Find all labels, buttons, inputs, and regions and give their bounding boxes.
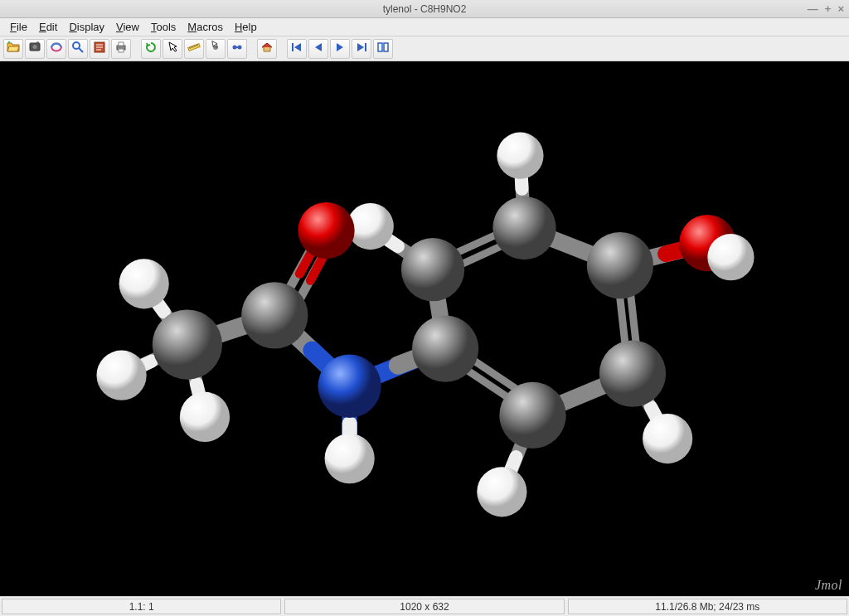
open-file-icon — [7, 41, 20, 56]
svg-point-80 — [643, 414, 692, 463]
svg-point-68 — [587, 232, 653, 298]
next-frame-button[interactable] — [330, 39, 350, 59]
svg-rect-21 — [292, 43, 294, 51]
last-frame-icon — [355, 41, 368, 56]
menu-edit[interactable]: Edit — [34, 19, 62, 35]
svg-rect-3 — [36, 42, 39, 44]
menu-tools[interactable]: Tools — [146, 19, 181, 35]
loop-button[interactable] — [373, 39, 393, 59]
home-icon — [260, 41, 274, 56]
export-image-button[interactable] — [25, 39, 45, 59]
window-title: tylenol - C8H9NO2 — [383, 3, 467, 15]
script-console-icon — [93, 41, 106, 56]
svg-point-0 — [8, 41, 11, 44]
status-left: 1.1: 1 — [2, 599, 281, 614]
svg-rect-9 — [119, 49, 124, 52]
svg-point-71 — [119, 259, 169, 308]
svg-point-74 — [412, 315, 478, 381]
minimize-button[interactable]: — — [808, 2, 818, 15]
close-button[interactable]: × — [837, 2, 844, 15]
prev-frame-button[interactable] — [308, 39, 328, 59]
menu-file[interactable]: File — [5, 19, 32, 35]
svg-point-82 — [477, 467, 526, 517]
svg-line-5 — [79, 48, 83, 52]
menubar: File Edit Display View Tools Macros Help — [0, 18, 849, 36]
statusbar: 1.1: 1 1020 x 632 11.1/26.8 Mb; 24/23 ms — [0, 596, 849, 616]
molecule-viewport[interactable]: Jmol — [0, 61, 849, 596]
menu-view[interactable]: View — [111, 19, 144, 35]
loop-icon — [376, 41, 390, 56]
svg-point-70 — [707, 234, 754, 280]
measure-button[interactable] — [184, 39, 204, 59]
svg-line-16 — [197, 44, 198, 46]
next-frame-icon — [333, 41, 347, 56]
status-right: 11.1/26.8 Mb; 24/23 ms — [568, 599, 847, 614]
modelkit-button[interactable] — [227, 39, 247, 59]
svg-line-11 — [190, 47, 191, 49]
view-options-icon — [71, 41, 85, 56]
modelkit-icon — [230, 41, 244, 56]
svg-point-73 — [153, 309, 222, 379]
export-image-icon — [28, 41, 41, 56]
svg-rect-8 — [119, 42, 124, 46]
first-frame-icon — [290, 41, 303, 56]
svg-point-67 — [401, 238, 464, 301]
export-pov-icon — [50, 41, 63, 56]
export-pov-button[interactable] — [46, 39, 66, 59]
svg-line-15 — [196, 45, 196, 46]
center-icon — [209, 41, 222, 56]
svg-point-81 — [325, 434, 375, 483]
open-file-button[interactable] — [3, 39, 23, 59]
first-frame-button[interactable] — [287, 39, 307, 59]
menu-display[interactable]: Display — [64, 19, 109, 35]
view-options-button[interactable] — [68, 39, 88, 59]
svg-rect-23 — [378, 43, 382, 51]
print-icon — [114, 41, 128, 56]
molecule-render — [0, 61, 849, 596]
menu-macros[interactable]: Macros — [182, 19, 228, 35]
svg-point-79 — [180, 392, 230, 442]
jmol-brand-label: Jmol — [815, 578, 842, 593]
last-frame-button[interactable] — [352, 39, 371, 59]
svg-point-72 — [241, 282, 308, 348]
select-button[interactable] — [163, 39, 182, 59]
window-titlebar: tylenol - C8H9NO2 — + × — [0, 0, 849, 18]
select-icon — [166, 41, 179, 56]
svg-point-4 — [73, 42, 80, 49]
svg-rect-24 — [384, 43, 388, 51]
toolbar — [0, 36, 849, 61]
center-button[interactable] — [206, 39, 226, 59]
rotate-button[interactable] — [141, 39, 161, 59]
svg-line-14 — [194, 46, 195, 47]
svg-point-75 — [96, 351, 146, 400]
svg-line-12 — [191, 46, 192, 48]
script-console-button[interactable] — [90, 39, 109, 59]
svg-point-76 — [599, 341, 666, 407]
svg-rect-22 — [365, 43, 366, 51]
svg-point-66 — [492, 196, 555, 259]
svg-point-63 — [497, 133, 543, 179]
svg-point-2 — [33, 45, 37, 49]
measure-icon — [187, 41, 201, 56]
status-center: 1020 x 632 — [284, 599, 564, 614]
home-button[interactable] — [257, 39, 277, 59]
svg-point-65 — [298, 202, 354, 259]
svg-point-78 — [499, 382, 565, 449]
svg-point-77 — [318, 355, 381, 418]
rotate-icon — [144, 41, 158, 56]
menu-help[interactable]: Help — [230, 19, 262, 35]
prev-frame-icon — [312, 41, 325, 56]
svg-line-13 — [192, 46, 193, 47]
print-button[interactable] — [111, 39, 131, 59]
maximize-button[interactable]: + — [825, 2, 832, 15]
